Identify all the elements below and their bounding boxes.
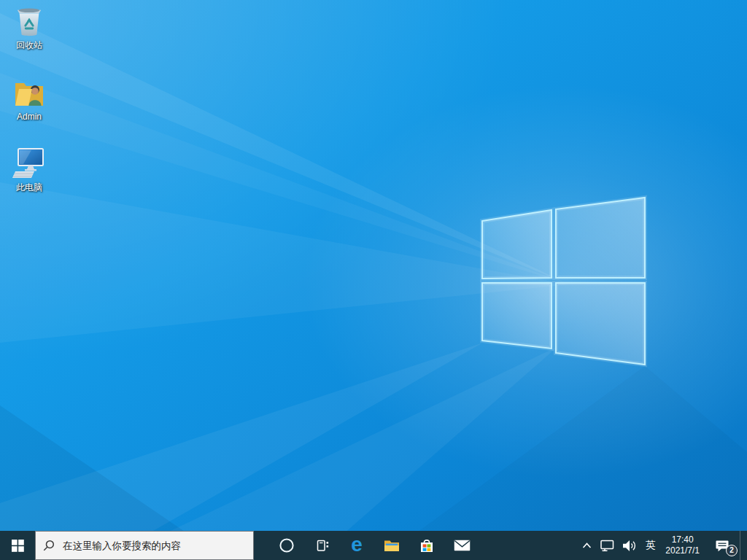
- taskbar: e: [0, 531, 747, 560]
- wallpaper: [0, 0, 747, 560]
- chevron-up-icon: [581, 542, 592, 549]
- edge-button[interactable]: e: [339, 531, 374, 560]
- edge-e-icon: e: [351, 534, 363, 555]
- store-button[interactable]: [409, 531, 444, 560]
- volume-speaker-icon: [622, 540, 637, 552]
- task-view-button[interactable]: [304, 531, 339, 560]
- network-button[interactable]: [596, 531, 619, 560]
- volume-button[interactable]: [619, 531, 640, 560]
- clock-date: 2021/7/1: [665, 545, 700, 556]
- user-folder-icon: [1, 75, 58, 109]
- show-desktop-button[interactable]: [740, 531, 747, 560]
- task-view-icon: [314, 538, 330, 553]
- computer-icon: [1, 146, 58, 179]
- desktop-icon-recycle-bin[interactable]: 回收站: [1, 4, 58, 50]
- wallpaper-art: [0, 0, 747, 560]
- windows-logo-icon: [12, 540, 24, 552]
- taskbar-buttons: e: [269, 531, 479, 560]
- desktop-icon-label: 此电脑: [1, 182, 58, 192]
- mail-button[interactable]: [444, 531, 479, 560]
- windows-desktop: { "wallpaper": { "description": "Windows…: [0, 0, 747, 560]
- clock-time: 17:40: [672, 534, 694, 545]
- cortana-button[interactable]: [269, 531, 304, 560]
- mail-envelope-icon: [454, 540, 471, 551]
- start-button[interactable]: [0, 531, 35, 560]
- notification-badge: 2: [726, 545, 738, 556]
- recycle-bin-icon: [1, 4, 58, 37]
- store-bag-icon: [419, 537, 435, 553]
- desktop-icon-label: 回收站: [1, 40, 58, 50]
- desktop-icon-label: Admin: [1, 112, 58, 122]
- cortana-circle-icon: [279, 537, 295, 553]
- taskbar-clock[interactable]: 17:40 2021/7/1: [660, 531, 705, 560]
- ethernet-network-icon: [600, 540, 615, 552]
- desktop-icon-admin-folder[interactable]: Admin: [1, 75, 58, 122]
- search-icon: [42, 540, 55, 552]
- file-explorer-button[interactable]: [374, 531, 409, 560]
- desktop-icon-this-pc[interactable]: 此电脑: [1, 146, 58, 192]
- folder-icon: [384, 539, 400, 553]
- language-indicator[interactable]: 英: [640, 531, 661, 560]
- action-center-button[interactable]: 2: [705, 531, 740, 560]
- taskbar-search[interactable]: [35, 531, 254, 560]
- search-input[interactable]: [61, 540, 247, 552]
- hidden-icons-button[interactable]: [578, 531, 596, 560]
- system-tray: 英 17:40 2021/7/1 2: [578, 531, 747, 560]
